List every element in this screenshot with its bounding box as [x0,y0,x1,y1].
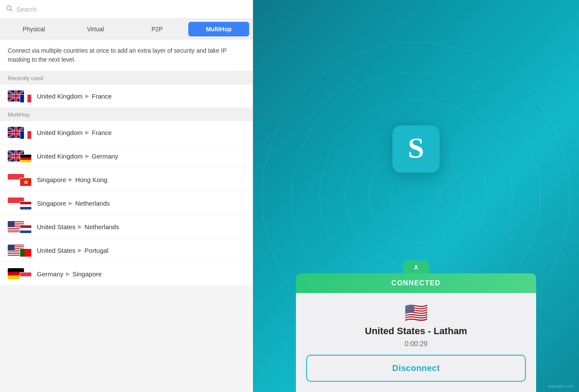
de-flag-small [20,154,32,163]
route-text: Germany ▶ Singapore [37,270,102,278]
tabs-bar: Physical Virtual P2P MultiHop [0,19,253,39]
from-country: Singapore [37,176,66,183]
flag-pair [8,197,32,209]
list-item[interactable]: United Kingdom ▶ France [0,121,253,144]
country-name: United States - Latham [365,326,467,337]
from-country: United States [37,223,75,230]
nl-flag-small [20,201,32,210]
to-country: Hong Kong [75,176,107,183]
flag-pair [8,221,32,232]
hk-flag-small: ✿ [20,178,32,186]
to-country: Singapore [72,270,102,278]
left-panel: Physical Virtual P2P MultiHop Connect vi… [0,0,253,392]
nl-flag-small [20,225,32,233]
list-item[interactable]: United States ▶ Portugal [0,239,253,262]
to-country: Netherlands [84,223,119,230]
route-text: Singapore ▶ Hong Kong [37,176,107,183]
disconnect-button[interactable]: Disconnect [306,355,526,382]
section-recently-used: Recently used [0,72,253,84]
list-item[interactable]: United States ▶ Netherlands [0,215,253,239]
app-logo: S [392,126,440,173]
tab-multihop[interactable]: MultiHop [188,22,249,36]
search-bar [0,0,253,19]
from-country: United States [37,247,75,254]
arrow-icon: ▶ [69,177,72,183]
flag-pair [8,245,32,256]
watermark: wsxvpn.com [548,383,574,389]
to-country: France [92,93,112,100]
from-country: United Kingdom [37,129,83,136]
arrow-icon: ▶ [85,153,89,159]
svg-rect-12 [8,221,15,227]
chevron-button[interactable]: ∧ [403,260,429,273]
flag-pair [8,150,32,162]
list-item[interactable]: Singapore ▶ Netherlands [0,192,253,215]
arrow-icon: ▶ [69,200,72,206]
connected-banner: CONNECTED [296,273,536,293]
pt-flag-small [20,248,32,257]
flag-pair [8,90,32,102]
connected-status: CONNECTED [392,279,441,287]
country-flag: 🇺🇸 [404,303,428,322]
from-country: Singapore [37,200,66,207]
svg-rect-20 [8,245,15,251]
arrow-icon: ▶ [85,129,89,135]
chevron-up-icon: ∧ [413,263,419,271]
svg-line-1 [11,10,12,12]
from-country: United Kingdom [37,93,83,100]
route-text: United States ▶ Netherlands [37,223,119,230]
server-list: Recently used United Kingdom ▶ [0,72,253,392]
list-item[interactable]: United Kingdom ▶ Germany [0,144,253,168]
arrow-icon: ▶ [78,247,82,253]
tab-physical[interactable]: Physical [3,22,64,36]
right-panel: S ∧ CONNECTED 🇺🇸 United States - Latham … [253,0,579,392]
to-country: Germany [92,153,118,160]
fr-flag-small [20,131,32,139]
arrow-icon: ▶ [66,271,70,277]
route-text: United Kingdom ▶ Germany [37,153,118,160]
multihop-description: Connect via multiple countries at once t… [0,39,253,72]
from-country: Germany [37,270,63,278]
list-item[interactable]: Germany ▶ Singapore [0,262,253,286]
tab-virtual[interactable]: Virtual [65,22,126,36]
from-country: United Kingdom [37,153,83,160]
to-country: France [92,129,112,136]
sg-flag-small [20,272,32,281]
flag-pair: ✿ [8,174,32,185]
bottom-area: ∧ CONNECTED 🇺🇸 United States - Latham 0:… [253,260,579,392]
svg-text:S: S [408,132,424,164]
connection-timer: 0:00:29 [404,340,427,348]
route-text: United States ▶ Portugal [37,247,109,254]
arrow-icon: ▶ [85,93,89,99]
to-country: Netherlands [75,200,110,207]
route-text: United Kingdom ▶ France [37,129,112,136]
search-input[interactable] [16,6,247,13]
flag-pair [8,268,32,279]
fr-flag-small [20,94,32,103]
info-card: 🇺🇸 United States - Latham 0:00:29 Discon… [296,293,536,392]
list-item[interactable]: United Kingdom ▶ France [0,84,253,108]
list-item[interactable]: ✿ Singapore ▶ Hong Kong [0,168,253,192]
to-country: Portugal [84,247,109,254]
route-text: Singapore ▶ Netherlands [37,200,110,207]
flag-pair [8,127,32,138]
tab-p2p[interactable]: P2P [127,22,188,36]
arrow-icon: ▶ [78,224,82,230]
route-text: United Kingdom ▶ France [37,93,112,100]
search-icon [6,5,13,13]
section-multihop: MultiHop [0,108,253,121]
